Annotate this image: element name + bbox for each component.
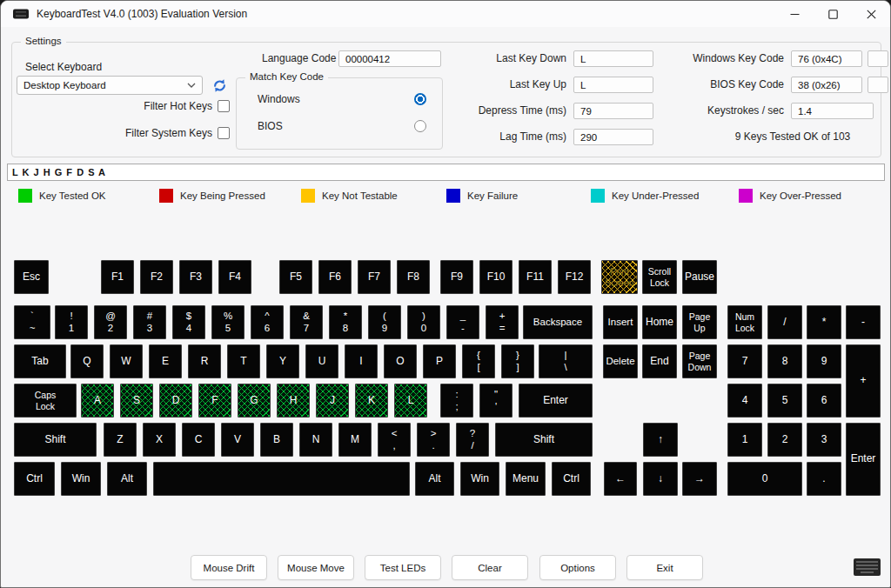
options-button[interactable]: Options: [539, 555, 616, 580]
key-scroll-lock[interactable]: ScrollLock: [642, 260, 677, 294]
key-arrow-up[interactable]: ↑: [643, 423, 678, 457]
keystrokes-sec-field[interactable]: 1.4: [791, 103, 874, 119]
key-v[interactable]: V: [221, 423, 254, 457]
key-tab[interactable]: Tab: [14, 344, 66, 378]
key-digit-5[interactable]: %5: [211, 305, 245, 339]
key-digit-1[interactable]: !1: [55, 305, 88, 339]
key-numpad-plus[interactable]: +: [846, 344, 881, 418]
keyboard-select[interactable]: Desktop Keyboard: [17, 76, 203, 95]
key-backslash[interactable]: |\: [539, 344, 593, 378]
key-num-lock[interactable]: NumLock: [727, 305, 762, 339]
key-digit-6[interactable]: ^6: [251, 305, 284, 339]
key-ctrl-right[interactable]: Ctrl: [552, 462, 591, 496]
key-ctrl-left[interactable]: Ctrl: [14, 462, 55, 496]
key-a[interactable]: A: [81, 384, 114, 418]
key-f9[interactable]: F9: [440, 260, 473, 294]
key-menu[interactable]: Menu: [506, 462, 546, 496]
key-b[interactable]: B: [260, 423, 293, 457]
key-bracket-left[interactable]: {[: [462, 344, 495, 378]
key-digit-2[interactable]: @2: [94, 305, 127, 339]
key-f[interactable]: F: [198, 384, 231, 418]
key-equals[interactable]: +=: [486, 305, 519, 339]
key-bracket-right[interactable]: }]: [501, 344, 534, 378]
key-numpad-minus[interactable]: -: [846, 305, 881, 339]
key-y[interactable]: Y: [266, 344, 299, 378]
key-numpad-6[interactable]: 6: [807, 384, 841, 418]
key-i[interactable]: I: [345, 344, 378, 378]
key-l[interactable]: L: [394, 384, 427, 418]
filter-hot-keys-checkbox[interactable]: [218, 100, 230, 112]
key-shift-right[interactable]: Shift: [495, 423, 593, 457]
last-key-down-field[interactable]: L: [573, 50, 653, 67]
key-numpad-3[interactable]: 3: [807, 423, 841, 457]
key-insert[interactable]: Insert: [603, 305, 638, 339]
key-end[interactable]: End: [642, 344, 677, 378]
last-key-up-field[interactable]: L: [573, 77, 653, 93]
key-digit-0[interactable]: )0: [407, 305, 440, 339]
windows-key-code-extra-field[interactable]: [868, 50, 888, 67]
key-q[interactable]: Q: [70, 344, 104, 378]
key-w[interactable]: W: [110, 344, 143, 378]
key-x[interactable]: X: [143, 423, 176, 457]
key-numpad-9[interactable]: 9: [807, 344, 841, 378]
key-c[interactable]: C: [182, 423, 215, 457]
minimize-button[interactable]: [775, 1, 814, 27]
key-digit-3[interactable]: #3: [133, 305, 166, 339]
mouse-drift-button[interactable]: Mouse Drift: [191, 555, 267, 580]
key-s[interactable]: S: [120, 384, 153, 418]
key-backtick[interactable]: `~: [14, 305, 50, 339]
key-alt-right[interactable]: Alt: [415, 462, 454, 496]
key-quote[interactable]: "': [479, 384, 512, 418]
key-p[interactable]: P: [423, 344, 456, 378]
key-z[interactable]: Z: [104, 423, 137, 457]
key-alt-left[interactable]: Alt: [107, 462, 147, 496]
key-k[interactable]: K: [355, 384, 388, 418]
key-f7[interactable]: F7: [358, 260, 391, 294]
exit-button[interactable]: Exit: [626, 555, 703, 580]
key-u[interactable]: U: [305, 344, 338, 378]
filter-system-keys-checkbox[interactable]: [218, 127, 230, 139]
key-numpad-5[interactable]: 5: [767, 384, 802, 418]
key-numpad-2[interactable]: 2: [767, 423, 802, 457]
key-f3[interactable]: F3: [179, 260, 212, 294]
key-esc[interactable]: Esc: [14, 260, 49, 294]
key-arrow-down[interactable]: ↓: [643, 462, 678, 496]
key-f12[interactable]: F12: [558, 260, 591, 294]
maximize-button[interactable]: [814, 1, 852, 27]
key-f2[interactable]: F2: [140, 260, 173, 294]
key-space[interactable]: [153, 462, 410, 496]
key-pause[interactable]: Pause: [682, 260, 717, 294]
close-button[interactable]: [852, 1, 890, 27]
key-f11[interactable]: F11: [519, 260, 552, 294]
key-numpad-divide[interactable]: /: [767, 305, 802, 339]
key-period[interactable]: >.: [417, 423, 450, 457]
key-f4[interactable]: F4: [218, 260, 251, 294]
key-n[interactable]: N: [299, 423, 332, 457]
key-numpad-0[interactable]: 0: [727, 462, 802, 496]
key-slash[interactable]: ?/: [456, 423, 489, 457]
bios-key-code-field[interactable]: 38 (0x26): [791, 77, 862, 93]
refresh-button[interactable]: [209, 75, 230, 96]
key-digit-4[interactable]: $4: [172, 305, 205, 339]
key-page-up[interactable]: PageUp: [682, 305, 717, 339]
key-f8[interactable]: F8: [397, 260, 430, 294]
key-numpad-4[interactable]: 4: [727, 384, 762, 418]
key-page-down[interactable]: PageDown: [682, 344, 717, 378]
key-g[interactable]: G: [238, 384, 271, 418]
key-f1[interactable]: F1: [101, 260, 134, 294]
key-numpad-1[interactable]: 1: [727, 423, 762, 457]
key-t[interactable]: T: [227, 344, 260, 378]
key-digit-8[interactable]: *8: [329, 305, 362, 339]
key-d[interactable]: D: [159, 384, 192, 418]
key-f5[interactable]: F5: [279, 260, 312, 294]
key-f6[interactable]: F6: [318, 260, 352, 294]
key-enter[interactable]: Enter: [519, 384, 593, 418]
key-minus[interactable]: _-: [446, 305, 479, 339]
key-home[interactable]: Home: [642, 305, 677, 339]
key-arrow-left[interactable]: ←: [604, 462, 637, 496]
mouse-move-button[interactable]: Mouse Move: [278, 555, 354, 580]
depress-time-ms-field[interactable]: 79: [573, 103, 653, 119]
key-print-screen[interactable]: PrintScreen: [601, 260, 638, 294]
key-numpad-7[interactable]: 7: [727, 344, 762, 378]
key-semicolon[interactable]: :;: [440, 384, 473, 418]
